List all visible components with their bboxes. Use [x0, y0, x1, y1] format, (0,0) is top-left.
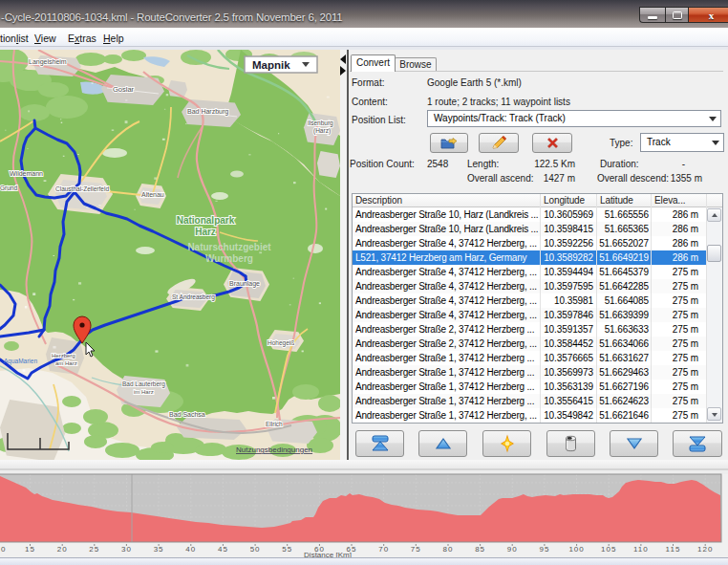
svg-text:Grund: Grund: [0, 185, 17, 191]
svg-text:45: 45: [218, 545, 228, 554]
svg-text:Clausthal-Zellerfeld: Clausthal-Zellerfeld: [55, 185, 109, 192]
svg-text:25: 25: [89, 545, 99, 554]
svg-text:AquaMarien: AquaMarien: [4, 358, 37, 365]
svg-text:im Harz: im Harz: [134, 389, 154, 395]
svg-text:20: 20: [57, 545, 68, 554]
svg-text:St Andreasberg: St Andreasberg: [172, 293, 215, 301]
svg-text:Ellrich: Ellrich: [266, 421, 283, 427]
svg-text:am Harz: am Harz: [55, 360, 77, 366]
svg-text:35: 35: [154, 545, 164, 554]
svg-text:90: 90: [507, 545, 518, 554]
svg-text:0: 0: [1, 545, 6, 554]
svg-text:55: 55: [282, 545, 292, 554]
svg-text:Herzberg: Herzberg: [52, 353, 75, 359]
svg-text:75: 75: [411, 545, 421, 554]
svg-text:80: 80: [443, 545, 454, 554]
svg-text:85: 85: [475, 545, 485, 554]
svg-text:Langelsheim: Langelsheim: [29, 58, 67, 66]
svg-text:Naturschutzgebiet: Naturschutzgebiet: [187, 242, 271, 252]
svg-text:110: 110: [633, 545, 649, 554]
svg-text:Goslar: Goslar: [113, 85, 135, 94]
svg-text:Altenau: Altenau: [141, 191, 164, 198]
svg-text:Bad Lauterberg: Bad Lauterberg: [122, 380, 165, 388]
svg-text:15: 15: [25, 545, 35, 554]
svg-text:Wurmberg: Wurmberg: [205, 253, 253, 264]
svg-text:Distance [Km]: Distance [Km]: [304, 551, 352, 558]
svg-text:Hohegeiß: Hohegeiß: [268, 339, 294, 347]
svg-text:Bad Sachsa: Bad Sachsa: [169, 411, 205, 418]
svg-text:Bad Harzburg: Bad Harzburg: [187, 108, 228, 116]
svg-text:100: 100: [568, 545, 584, 554]
svg-text:(Harz): (Harz): [313, 127, 331, 135]
svg-text:50: 50: [250, 545, 261, 554]
svg-text:30: 30: [121, 545, 132, 554]
svg-text:Ilsenburg: Ilsenburg: [308, 120, 333, 127]
svg-text:Harz: Harz: [195, 227, 216, 237]
svg-text:95: 95: [539, 545, 549, 554]
svg-text:Mapnik: Mapnik: [252, 59, 290, 71]
svg-text:120: 120: [697, 545, 713, 554]
svg-text:Nationalpark: Nationalpark: [177, 215, 235, 226]
svg-text:Nutzungsbedingungen: Nutzungsbedingungen: [236, 445, 312, 454]
svg-text:115: 115: [666, 545, 681, 554]
svg-text:70: 70: [378, 545, 389, 554]
svg-text:Wildemann: Wildemann: [10, 170, 43, 177]
svg-text:105: 105: [601, 545, 616, 554]
svg-text:Braunlage: Braunlage: [229, 280, 260, 288]
svg-text:40: 40: [185, 545, 196, 554]
